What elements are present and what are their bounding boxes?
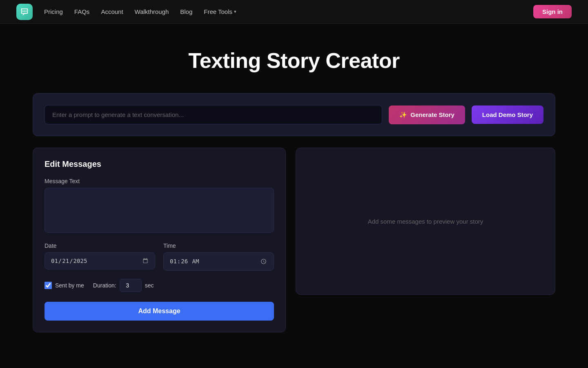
generate-story-button[interactable]: ✨ Generate Story: [389, 105, 465, 124]
options-row: Sent by me Duration: sec: [45, 279, 274, 292]
svg-point-2: [25, 10, 27, 11]
nav-account[interactable]: Account: [101, 8, 123, 15]
date-field: Date: [45, 242, 155, 271]
chevron-down-icon: ▾: [234, 9, 236, 14]
time-field: Time: [163, 242, 274, 271]
prompt-section: ✨ Generate Story Load Demo Story: [33, 93, 555, 136]
edit-messages-panel: Edit Messages Message Text Date Time: [33, 148, 286, 332]
date-label: Date: [45, 242, 155, 249]
message-text-field: Message Text: [45, 178, 274, 242]
nav-faqs[interactable]: FAQs: [74, 8, 90, 15]
preview-panel: Add some messages to preview your story: [296, 148, 555, 295]
date-input[interactable]: [45, 252, 155, 269]
sent-by-me-checkbox[interactable]: [45, 282, 52, 289]
date-time-row: Date Time: [45, 242, 274, 271]
sent-by-me-label[interactable]: Sent by me: [55, 282, 84, 289]
svg-point-1: [24, 10, 25, 11]
edit-panel-title: Edit Messages: [45, 159, 274, 169]
nav-blog[interactable]: Blog: [180, 8, 192, 15]
sent-by-me-wrapper: Sent by me: [45, 282, 84, 289]
navbar: Pricing FAQs Account Walkthrough Blog Fr…: [0, 0, 588, 24]
duration-input[interactable]: [120, 279, 142, 292]
add-message-button[interactable]: Add Message: [45, 302, 274, 321]
wand-icon: ✨: [399, 111, 407, 119]
nav-free-tools[interactable]: Free Tools ▾: [204, 8, 236, 15]
nav-links: Pricing FAQs Account Walkthrough Blog Fr…: [44, 8, 533, 15]
nav-walkthrough[interactable]: Walkthrough: [135, 8, 169, 15]
page-title: Texting Story Creator: [33, 48, 555, 73]
message-text-label: Message Text: [45, 178, 274, 184]
load-demo-story-button[interactable]: Load Demo Story: [472, 105, 543, 124]
duration-label: Duration:: [93, 282, 116, 289]
time-input[interactable]: [163, 252, 274, 271]
sign-in-button[interactable]: Sign in: [533, 5, 572, 18]
preview-empty-text: Add some messages to preview your story: [368, 218, 483, 225]
message-textarea[interactable]: [45, 188, 274, 233]
prompt-input[interactable]: [45, 105, 382, 124]
svg-point-0: [22, 10, 24, 11]
main-content: Texting Story Creator ✨ Generate Story L…: [0, 24, 588, 349]
nav-pricing[interactable]: Pricing: [44, 8, 63, 15]
sec-label: sec: [145, 282, 154, 289]
app-logo[interactable]: [16, 4, 33, 20]
time-label: Time: [163, 242, 274, 249]
duration-wrapper: Duration: sec: [93, 279, 154, 292]
panels-row: Edit Messages Message Text Date Time: [33, 148, 555, 332]
